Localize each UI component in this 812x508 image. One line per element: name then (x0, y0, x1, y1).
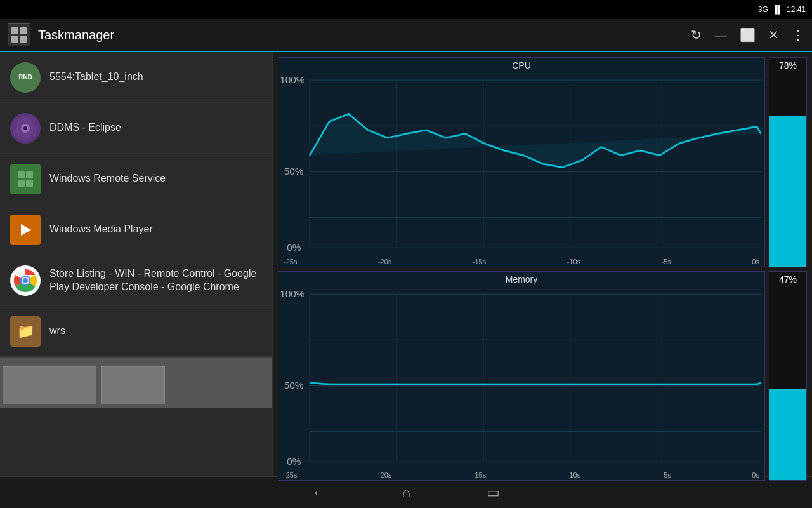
memory-x-label-3: -10s (567, 471, 580, 479)
svg-text:0%: 0% (287, 455, 301, 466)
svg-rect-3 (20, 36, 27, 43)
memory-x-label-2: -15s (473, 471, 486, 479)
svg-text:50%: 50% (284, 379, 304, 390)
cpu-x-label-0: -25s (284, 258, 297, 265)
title-bar: Taskmanager ↻ — ⬜ ✕ ⋮ (0, 19, 812, 52)
svg-point-6 (23, 126, 27, 130)
svg-rect-7 (18, 171, 25, 178)
task-icon-wmp (10, 215, 41, 245)
task-icon-ddms (10, 113, 41, 144)
main-content: RND 5554:Tablet_10_inch DDMS - Eclipse (0, 52, 812, 476)
task-icon-tablet: RND (10, 62, 41, 93)
cpu-x-label-3: -10s (567, 258, 580, 265)
battery-icon: ▐▌ (772, 5, 783, 14)
svg-rect-0 (11, 27, 18, 34)
preview-thumb-2[interactable] (102, 366, 165, 404)
memory-bar-fill-bg (769, 287, 806, 481)
status-bar: 3G ▐▌ 12:41 (0, 0, 812, 19)
memory-percent: 47% (779, 272, 797, 287)
back-button[interactable]: ← (312, 485, 326, 501)
task-item-wrs2[interactable]: 📁 wrs (0, 306, 272, 357)
recent-button[interactable]: ▭ (487, 485, 500, 501)
cpu-x-label-1: -20s (378, 258, 391, 265)
svg-point-15 (23, 278, 28, 283)
cpu-x-labels: -25s -20s -15s -10s -5s 0s (278, 257, 764, 267)
menu-button[interactable]: ⋮ (792, 27, 804, 43)
cpu-bar-fill (769, 116, 806, 267)
svg-rect-9 (18, 180, 25, 187)
cpu-x-label-4: -5s (662, 258, 671, 265)
memory-bar-container: 47% (769, 271, 807, 481)
svg-text:50%: 50% (284, 166, 304, 177)
memory-chart-area: 100% 50% 0% (278, 287, 764, 471)
task-label-wmp: Windows Media Player (49, 223, 153, 236)
svg-rect-2 (11, 36, 18, 43)
memory-chart-box: Memory (278, 271, 765, 481)
toolbar-actions: ↻ — ⬜ ✕ ⋮ (691, 27, 804, 43)
svg-rect-1 (20, 27, 27, 34)
cpu-bar-container: 78% (769, 57, 807, 267)
svg-text:100%: 100% (280, 288, 304, 298)
memory-chart-container: Memory (278, 271, 807, 481)
svg-rect-10 (26, 180, 33, 187)
minimize-button[interactable]: — (714, 28, 727, 43)
home-button[interactable]: ⌂ (402, 485, 410, 501)
maximize-button[interactable]: ⬜ (740, 27, 756, 43)
close-button[interactable]: ✕ (768, 27, 779, 43)
memory-chart-title: Memory (278, 272, 764, 287)
cpu-x-label-5: 0s (752, 258, 759, 265)
task-item-chrome[interactable]: Store Listing - WIN - Remote Control - G… (0, 255, 272, 306)
signal-icon: 3G (758, 5, 768, 14)
bottom-nav: ← ⌂ ▭ (0, 476, 812, 508)
task-icon-chrome (10, 265, 41, 296)
task-icon-wrs2: 📁 (10, 316, 41, 347)
cpu-x-label-2: -15s (473, 258, 486, 265)
svg-rect-8 (26, 171, 33, 178)
preview-thumb-1[interactable] (3, 366, 96, 404)
taskbar-preview (0, 357, 272, 408)
memory-x-label-4: -5s (662, 471, 671, 479)
memory-x-label-1: -20s (378, 471, 391, 479)
task-list: RND 5554:Tablet_10_inch DDMS - Eclipse (0, 52, 273, 476)
charts-panel: CPU (273, 52, 812, 476)
cpu-chart-title: CPU (278, 58, 764, 73)
task-item-tablet[interactable]: RND 5554:Tablet_10_inch (0, 52, 272, 103)
task-item-ddms[interactable]: DDMS - Eclipse (0, 103, 272, 154)
task-icon-wrs (10, 164, 41, 194)
page-title: Taskmanager (38, 28, 691, 43)
task-label-ddms: DDMS - Eclipse (49, 121, 121, 135)
task-item-wmp[interactable]: Windows Media Player (0, 204, 272, 255)
svg-marker-11 (21, 224, 31, 236)
memory-bar-fill (769, 389, 806, 480)
memory-x-label-5: 0s (752, 471, 759, 479)
cpu-chart-box: CPU (278, 57, 765, 267)
task-label-tablet: 5554:Tablet_10_inch (49, 70, 143, 84)
time-display: 12:41 (787, 5, 806, 14)
task-label-chrome: Store Listing - WIN - Remote Control - G… (49, 267, 262, 294)
svg-text:0%: 0% (287, 242, 301, 253)
task-label-wrs: Windows Remote Service (49, 172, 166, 185)
cpu-percent: 78% (779, 58, 797, 73)
cpu-chart-container: CPU (278, 57, 807, 267)
app-icon (8, 23, 30, 46)
task-label-wrs2: wrs (49, 324, 65, 338)
memory-x-label-0: -25s (284, 471, 297, 479)
cpu-bar-fill-bg (769, 73, 806, 267)
refresh-button[interactable]: ↻ (691, 27, 702, 43)
memory-x-labels: -25s -20s -15s -10s -5s 0s (278, 470, 764, 480)
svg-text:100%: 100% (280, 74, 304, 84)
cpu-chart-area: 100% 50% 0% (278, 73, 764, 257)
task-item-wrs[interactable]: Windows Remote Service (0, 154, 272, 204)
